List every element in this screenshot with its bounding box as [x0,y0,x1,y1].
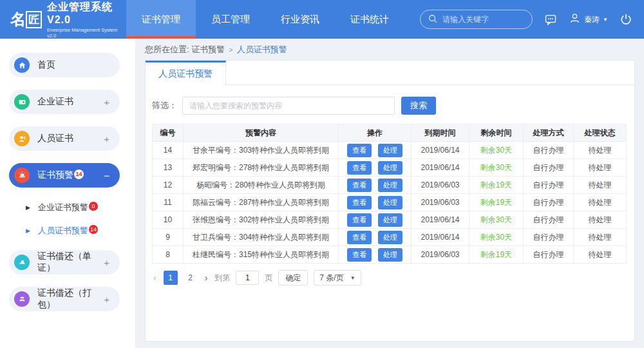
sidebar-item-label: 证书预警 [37,169,73,181]
table-row: 11 陈福云编号：287特种作业人员即将到期 查看 处理 2019/06/03 … [153,194,627,211]
cell-id: 13 [153,159,184,177]
cell-status: 待处理 [574,159,627,177]
cell-remaining-time: 剩余30天 [469,229,524,246]
table-row: 14 甘余平编号：303特种作业人员即将到期 查看 处理 2019/06/14 … [153,142,627,159]
sidebar-item-person-warning[interactable]: ▶ 人员证书预警 14 [0,219,135,242]
cell-actions: 查看 处理 [339,142,412,159]
table-row: 9 甘卫兵编号：304特种作业人员即将到期 查看 处理 2019/06/14 剩… [153,229,627,246]
plus-icon[interactable]: + [104,133,109,144]
col-header-remain: 剩余时间 [469,124,524,142]
nav-cert-management[interactable]: 证书管理 [126,0,196,39]
sidebar-item-label: 人员证书 [37,133,73,144]
plus-icon[interactable]: + [104,294,109,305]
handle-button[interactable]: 处理 [378,248,402,262]
sidebar-item-cert-warning[interactable]: 证书预警 14 − [9,163,120,188]
col-header-due: 到期时间 [412,124,469,142]
confirm-button[interactable]: 确定 [278,270,308,285]
cell-warning-content: 甘卫兵编号：304特种作业人员即将到期 [184,229,339,246]
search-button[interactable]: 搜索 [401,97,436,115]
cell-remaining-time: 剩余30天 [469,142,524,159]
sidebar-item-person-cert[interactable]: 人员证书 + [9,126,120,151]
breadcrumb-separator: > [229,46,232,53]
table-row: 8 桂继民编号：315特种作业人员即将到期 查看 处理 2019/06/03 剩… [153,246,627,264]
sidebar-item-borrow-pack[interactable]: 证书借还（打包） + [9,287,120,311]
tab-bar: 人员证书预警 [146,61,634,85]
cell-method: 自行办理 [524,229,574,246]
view-button[interactable]: 查看 [347,213,372,227]
global-search[interactable]: 请输入关键字 [420,10,533,29]
view-button[interactable]: 查看 [347,196,372,209]
handle-button[interactable]: 处理 [378,231,402,244]
view-button[interactable]: 查看 [347,231,372,244]
cell-actions: 查看 处理 [339,246,412,264]
prev-page-icon[interactable]: ‹ [152,273,158,283]
view-button[interactable]: 查看 [347,179,372,192]
sidebar-item-company-warning[interactable]: ▶ 企业证书预警 0 [0,196,135,219]
table-row: 12 杨昭编号：280特种作业人员即将到期 查看 处理 2019/06/03 剩… [153,177,627,194]
content-card: 人员证书预警 筛选： 搜索 编号 预警内容 [145,60,635,342]
view-button[interactable]: 查看 [347,144,372,157]
nav-industry-news[interactable]: 行业资讯 [265,0,335,39]
sidebar-item-borrow-single[interactable]: 证书借还（单证） + [9,250,120,275]
cell-id: 10 [153,211,184,229]
main-content: 您所在位置: 证书预警 > 人员证书预警 人员证书预警 筛选： 搜索 [135,39,644,348]
person-cert-icon [14,131,30,146]
cell-status: 待处理 [574,177,627,194]
sidebar-item-company-cert[interactable]: 企业证书 + [9,90,120,114]
page-button-2[interactable]: 2 [184,271,198,285]
submenu-label: 企业证书预警 [38,202,88,213]
nav-cert-statistics[interactable]: 证书统计 [335,0,404,39]
home-icon [14,57,30,73]
tab-person-cert-warning[interactable]: 人员证书预警 [146,61,226,85]
filter-label: 筛选： [152,100,177,111]
view-button[interactable]: 查看 [347,248,372,262]
minus-icon[interactable]: − [104,170,109,181]
warning-count-badge: 14 [74,169,84,179]
sidebar-item-home[interactable]: 首页 [9,53,120,77]
cell-method: 自行办理 [524,194,574,211]
page-size-select[interactable]: 7 条/页 ▼ [314,270,361,285]
nav-label: 证书统计 [350,14,389,26]
cell-remaining-time: 剩余30天 [469,159,524,177]
sidebar-item-label: 首页 [37,59,55,71]
nav-staff-management[interactable]: 员工管理 [196,0,265,39]
cell-due-date: 2019/06/14 [412,142,469,159]
plus-icon[interactable]: + [104,257,109,268]
table-row: 10 张维恩编号：302特种作业人员即将到期 查看 处理 2019/06/14 … [153,211,627,229]
goto-label: 到第 [214,273,230,284]
handle-button[interactable]: 处理 [378,196,402,209]
view-button[interactable]: 查看 [347,161,372,175]
goto-page-input[interactable] [236,271,259,285]
chevron-down-icon: ▼ [603,17,608,23]
logout-power-icon[interactable] [620,13,632,26]
logo-mark: 名 匠 [10,9,42,30]
sidebar: 首页 企业证书 + 人员证书 + 证书预警 14 − ▶ [0,39,135,348]
cell-warning-content: 桂继民编号：315特种作业人员即将到期 [184,246,339,264]
filter-input[interactable] [182,97,395,115]
message-icon[interactable] [544,13,557,26]
user-menu[interactable]: 秦涛 ▼ [569,12,608,26]
cell-due-date: 2019/06/03 [412,194,469,211]
next-page-icon[interactable]: › [204,273,209,283]
handle-button[interactable]: 处理 [378,144,402,157]
breadcrumb-current[interactable]: 人员证书预警 [237,44,287,55]
cell-warning-content: 郑宏明编号：278特种作业人员即将到期 [184,159,339,177]
top-nav: 证书管理 员工管理 行业资讯 证书统计 [126,0,404,39]
search-placeholder-text: 请输入关键字 [442,14,489,25]
app-title: 企业管理系统V2.0 [47,1,126,26]
col-header-status: 处理状态 [574,124,627,142]
handle-button[interactable]: 处理 [378,179,402,192]
app-subtitle: Eneerprise Management System v2.0 [47,27,126,39]
page-button-1[interactable]: 1 [164,271,178,285]
cell-warning-content: 杨昭编号：280特种作业人员即将到期 [184,177,339,194]
company-warning-badge: 0 [89,202,98,211]
borrow-single-icon [14,255,30,270]
handle-button[interactable]: 处理 [378,161,402,175]
plus-icon[interactable]: + [104,97,109,108]
handle-button[interactable]: 处理 [378,213,402,227]
cell-actions: 查看 处理 [339,211,412,229]
cell-warning-content: 陈福云编号：287特种作业人员即将到期 [184,194,339,211]
nav-label: 证书管理 [142,14,180,26]
app-logo: 名 匠 企业管理系统V2.0 Eneerprise Management Sys… [0,0,126,39]
cell-remaining-time: 剩余19天 [469,194,524,211]
